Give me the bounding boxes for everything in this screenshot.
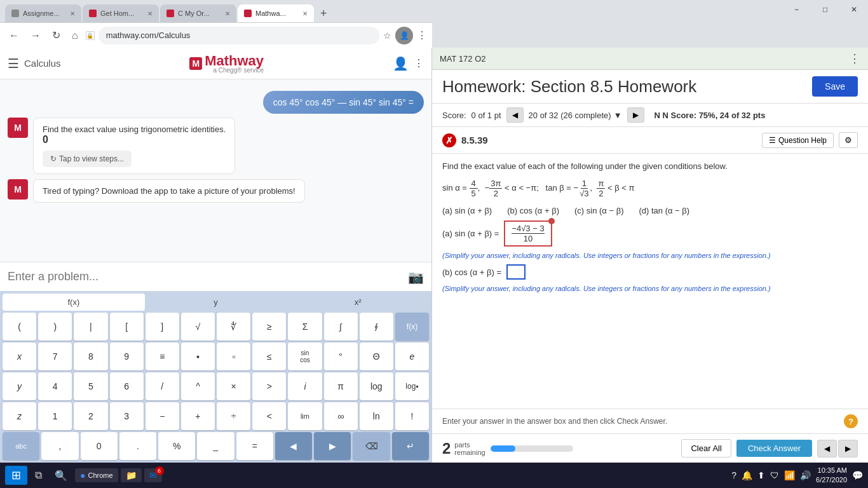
tab-assignments[interactable]: Assignme... ✕: [5, 4, 81, 22]
prev-page-button[interactable]: ◀: [817, 440, 837, 458]
taskbar-help-icon[interactable]: ?: [731, 470, 736, 480]
prev-question-button[interactable]: ◀: [506, 107, 524, 123]
taskbar-security-icon[interactable]: 🛡: [770, 470, 779, 480]
kbd-tab-x2[interactable]: x²: [287, 294, 429, 311]
part-b-answer-input[interactable]: [506, 264, 526, 280]
home-button[interactable]: ⌂: [68, 27, 82, 44]
settings-button[interactable]: ⚙: [839, 132, 858, 148]
bookmark-icon[interactable]: ☆: [383, 30, 391, 41]
key-y[interactable]: y: [3, 372, 36, 400]
key-open-bracket[interactable]: [: [110, 313, 144, 341]
next-page-button[interactable]: ▶: [838, 440, 858, 458]
taskbar-wifi-icon[interactable]: 📶: [784, 470, 795, 480]
taskbar-explorer[interactable]: 📁: [121, 468, 142, 482]
key-2[interactable]: 2: [74, 402, 107, 430]
key-times[interactable]: ×: [217, 372, 250, 400]
key-ln[interactable]: ln: [360, 402, 393, 430]
key-z[interactable]: z: [3, 402, 36, 430]
taskbar-notifications-icon[interactable]: 💬: [852, 470, 863, 480]
problem-input[interactable]: [8, 268, 408, 286]
tab-mathway[interactable]: Mathwa... ✕: [238, 4, 314, 22]
key-close-paren[interactable]: ): [38, 313, 72, 341]
save-button[interactable]: Save: [812, 76, 858, 97]
key-underscore[interactable]: _: [197, 432, 234, 460]
help-circle-button[interactable]: ?: [844, 414, 858, 428]
key-contour-integral[interactable]: ∮: [360, 313, 393, 341]
key-sincos[interactable]: sincos: [288, 342, 322, 370]
key-lim[interactable]: lim: [288, 402, 322, 430]
key-8[interactable]: 8: [74, 342, 107, 370]
key-open-paren[interactable]: (: [3, 313, 36, 341]
address-bar-left[interactable]: [98, 27, 379, 44]
key-equiv[interactable]: ≡: [146, 342, 179, 370]
mathway-menu-icon[interactable]: ☰: [8, 56, 19, 71]
search-taskbar-icon[interactable]: 🔍: [50, 467, 72, 484]
key-log[interactable]: log: [360, 372, 393, 400]
key-6[interactable]: 6: [110, 372, 144, 400]
maximize-button[interactable]: □: [811, 0, 839, 19]
key-i[interactable]: i: [288, 372, 322, 400]
minimize-button[interactable]: −: [782, 0, 811, 19]
key-minus[interactable]: −: [146, 402, 179, 430]
key-degree[interactable]: °: [324, 342, 358, 370]
back-button[interactable]: ←: [5, 27, 23, 44]
taskbar-system-icon[interactable]: ⬆: [757, 470, 765, 480]
mathxl-menu-icon[interactable]: ⋮: [849, 51, 860, 65]
key-infinity[interactable]: ∞: [324, 402, 358, 430]
key-geq[interactable]: ≥: [252, 313, 286, 341]
taskbar-mail[interactable]: ✉ 6: [144, 468, 162, 482]
key-e[interactable]: e: [395, 342, 429, 370]
clear-all-button[interactable]: Clear All: [681, 439, 731, 458]
key-sigma[interactable]: Σ: [288, 313, 322, 341]
key-percent[interactable]: %: [158, 432, 195, 460]
key-factorial[interactable]: !: [395, 402, 429, 430]
forward-button[interactable]: →: [27, 27, 44, 44]
key-pi[interactable]: π: [324, 372, 358, 400]
tab-close[interactable]: ✕: [70, 10, 75, 17]
key-sqrt[interactable]: √: [181, 313, 215, 341]
key-enter[interactable]: ↵: [392, 432, 429, 460]
taskbar-volume-icon[interactable]: 🔊: [800, 470, 811, 480]
key-square[interactable]: ▪: [181, 342, 215, 370]
key-abs[interactable]: |: [74, 313, 107, 341]
key-divides[interactable]: ÷: [217, 402, 250, 430]
key-dot[interactable]: .: [119, 432, 156, 460]
next-question-button[interactable]: ▶: [627, 107, 644, 123]
tap-steps-button[interactable]: ↻ Tap to view steps...: [43, 151, 132, 167]
key-9[interactable]: 9: [110, 342, 144, 370]
check-answer-button[interactable]: Check Answer: [736, 440, 812, 457]
tab-close[interactable]: ✕: [147, 10, 153, 17]
user-avatar[interactable]: 👤: [395, 27, 413, 44]
key-integral[interactable]: ∫: [324, 313, 358, 341]
key-small-square[interactable]: ▫: [217, 342, 250, 370]
key-7[interactable]: 7: [38, 342, 72, 370]
tab-get-homework[interactable]: Get Hom... ✕: [83, 4, 159, 22]
camera-button[interactable]: 📷: [408, 269, 424, 285]
key-lt[interactable]: <: [252, 402, 286, 430]
chrome-menu-icon[interactable]: ⋮: [417, 29, 427, 41]
key-left-arrow[interactable]: ◀: [275, 432, 312, 460]
key-right-arrow[interactable]: ▶: [314, 432, 351, 460]
key-backspace[interactable]: ⌫: [353, 432, 390, 460]
key-leq[interactable]: ≤: [252, 342, 286, 370]
refresh-button[interactable]: ↻: [48, 27, 64, 44]
key-4[interactable]: 4: [38, 372, 72, 400]
tab-close[interactable]: ✕: [225, 10, 230, 17]
key-0[interactable]: 0: [81, 432, 118, 460]
mathway-user-icon[interactable]: 👤: [393, 56, 409, 71]
taskbar-chrome[interactable]: ● Chrome: [75, 468, 118, 482]
key-comma[interactable]: ,: [41, 432, 78, 460]
tab-my-orders[interactable]: C My Or... ✕: [160, 4, 236, 22]
tab-close[interactable]: ✕: [302, 10, 308, 17]
key-equals[interactable]: =: [236, 432, 273, 460]
key-plus[interactable]: +: [181, 402, 215, 430]
taskbar-notify-icon[interactable]: 🔔: [742, 470, 752, 480]
new-tab-button[interactable]: +: [315, 7, 332, 20]
key-abc[interactable]: abc: [3, 432, 39, 460]
kbd-tab-fx[interactable]: f(x): [3, 294, 145, 311]
key-logb[interactable]: log▪: [395, 372, 429, 400]
mathway-options-icon[interactable]: ⋮: [414, 57, 424, 69]
question-progress-dropdown[interactable]: 20 of 32 (26 complete) ▼: [529, 111, 622, 120]
key-caret[interactable]: ^: [181, 372, 215, 400]
key-1[interactable]: 1: [38, 402, 72, 430]
